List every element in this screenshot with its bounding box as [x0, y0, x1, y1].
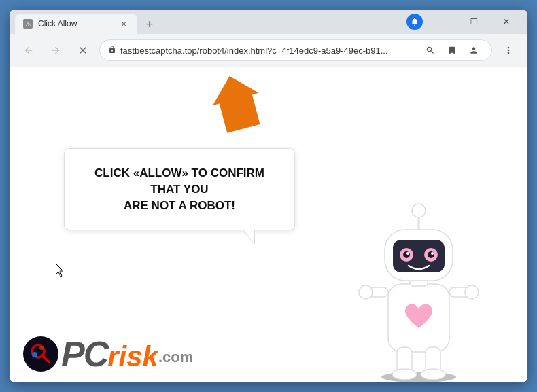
notification-icon[interactable] [406, 14, 423, 30]
svg-line-26 [42, 355, 49, 362]
menu-button[interactable] [498, 39, 519, 61]
svg-marker-1 [213, 73, 266, 135]
active-tab[interactable]: ⚠ Click Allow ✕ [15, 14, 137, 34]
pcrisk-logo: PC risk .com [23, 336, 193, 372]
window-controls: — ❒ ✕ [426, 11, 522, 33]
svg-point-6 [359, 285, 373, 299]
forward-button[interactable] [45, 39, 67, 61]
minimize-button[interactable]: — [426, 11, 457, 33]
tab-close-button[interactable]: ✕ [118, 18, 129, 29]
svg-point-22 [431, 252, 434, 255]
svg-point-10 [392, 369, 417, 380]
page-content: CLICK «ALLOW» TO CONFIRM THAT YOU ARE NO… [10, 67, 527, 382]
arrow-indicator [213, 73, 275, 137]
new-tab-button[interactable]: + [140, 15, 159, 34]
address-bar-icons [421, 41, 483, 60]
svg-point-7 [465, 285, 479, 299]
profile-icon-btn[interactable] [464, 41, 483, 60]
logo-text-group: PC risk .com [61, 336, 193, 372]
robot-illustration [351, 179, 487, 382]
maximize-button[interactable]: ❒ [458, 11, 489, 33]
url-text: fastbestcaptcha.top/robot4/index.html?c=… [120, 46, 417, 56]
svg-point-21 [406, 252, 409, 255]
svg-point-11 [421, 369, 445, 380]
svg-point-15 [412, 204, 426, 217]
mouse-cursor [56, 264, 67, 281]
logo-com: .com [158, 349, 193, 366]
tab-area: ⚠ Click Allow ✕ + [15, 10, 401, 34]
back-button[interactable] [18, 39, 39, 61]
search-icon-btn[interactable] [421, 41, 440, 60]
navigation-bar: fastbestcaptcha.top/robot4/index.html?c=… [10, 34, 527, 67]
reload-button[interactable] [72, 39, 94, 61]
close-button[interactable]: ✕ [491, 11, 522, 33]
speech-bubble: CLICK «ALLOW» TO CONFIRM THAT YOU ARE NO… [64, 148, 295, 230]
logo-risk: risk [107, 342, 158, 371]
svg-point-20 [428, 251, 434, 258]
browser-window: ⚠ Click Allow ✕ + — ❒ ✕ [10, 10, 527, 382]
svg-point-24 [32, 352, 37, 357]
svg-point-19 [403, 251, 410, 258]
title-bar: ⚠ Click Allow ✕ + — ❒ ✕ [10, 10, 527, 34]
tab-favicon: ⚠ [23, 19, 33, 29]
logo-icon [23, 336, 58, 372]
logo-pc: PC [61, 336, 107, 372]
tab-title: Click Allow [38, 19, 113, 29]
svg-point-25 [39, 346, 44, 350]
bookmark-icon-btn[interactable] [443, 41, 462, 60]
lock-icon [108, 46, 116, 56]
address-bar[interactable]: fastbestcaptcha.top/robot4/index.html?c=… [99, 39, 492, 61]
bubble-text: CLICK «ALLOW» TO CONFIRM THAT YOU ARE NO… [84, 165, 275, 213]
